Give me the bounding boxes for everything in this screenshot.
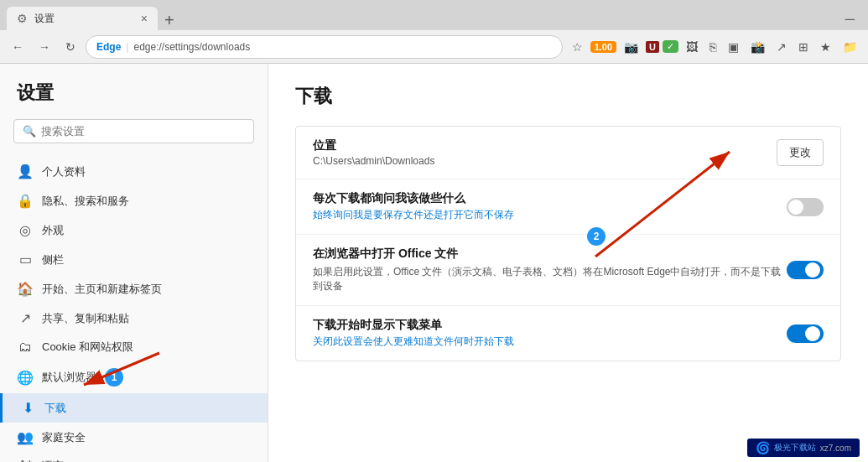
sidebar-item-label: 开始、主页和新建标签页 xyxy=(42,282,162,297)
sidebar-item-label: Cookie 和网站权限 xyxy=(42,340,133,355)
sidebar-item-cookies[interactable]: 🗂 Cookie 和网站权限 xyxy=(0,333,268,361)
collections-icon[interactable]: 📁 xyxy=(839,38,861,56)
show-menu-row: 下载开始时显示下载菜单 关闭此设置会使人更难知道文件何时开始下载 xyxy=(296,306,840,361)
sidebar-item-label: 隐私、搜索和服务 xyxy=(42,194,129,209)
sidebar-item-label: 默认浏览器 xyxy=(42,370,96,385)
default-browser-badge: 1 xyxy=(105,368,123,387)
privacy-icon: 🔒 xyxy=(17,193,34,209)
sidebar-item-label: 共享、复制和粘贴 xyxy=(42,311,129,326)
sidebar-title: 设置 xyxy=(0,80,268,119)
startup-icon: 🏠 xyxy=(17,281,34,297)
sidebar-item-label: 个人资料 xyxy=(42,164,86,179)
active-tab[interactable]: ⚙ 设置 × xyxy=(7,7,158,30)
cookies-icon: 🗂 xyxy=(17,340,34,355)
menu-toggle-thumb xyxy=(805,326,820,341)
ext-share-icon[interactable]: ↗ xyxy=(772,38,791,56)
ext-version-badge: 1.00 xyxy=(590,41,616,53)
address-url: edge://settings/downloads xyxy=(133,41,250,53)
menu-title: 下载开始时显示下载菜单 xyxy=(313,318,787,333)
location-path: C:\Users\admin\Downloads xyxy=(313,155,777,167)
menu-desc: 关闭此设置会使人更难知道文件何时开始下载 xyxy=(313,335,787,349)
default-browser-icon: 🌐 xyxy=(17,370,34,386)
sidebar-item-label: 语言 xyxy=(42,459,64,462)
menu-toggle[interactable] xyxy=(787,324,824,343)
sidebar-item-label: 侧栏 xyxy=(42,252,64,267)
ask-content: 每次下载都询问我该做些什么 始终询问我是要保存文件还是打开它而不保存 xyxy=(313,191,787,222)
ext-check-badge: ✓ xyxy=(663,40,678,53)
sidebar-item-language[interactable]: A* 语言 xyxy=(0,452,268,462)
refresh-button[interactable]: ↻ xyxy=(60,37,81,57)
watermark-url: xz7.com xyxy=(820,444,851,453)
sidebar: 设置 🔍 👤 个人资料 🔒 隐私、搜索和服务 ◎ 外观 ▭ 侧栏 xyxy=(0,64,268,462)
sidebar-item-privacy[interactable]: 🔒 隐私、搜索和服务 xyxy=(0,186,268,215)
ask-title: 每次下载都询问我该做些什么 xyxy=(313,191,787,206)
minimize-button[interactable]: ─ xyxy=(839,8,861,30)
settings-tab-icon: ⚙ xyxy=(17,12,28,25)
language-icon: A* xyxy=(17,459,34,462)
location-row: 位置 C:\Users\admin\Downloads 更改 xyxy=(296,127,840,179)
menu-content: 下载开始时显示下载菜单 关闭此设置会使人更难知道文件何时开始下载 xyxy=(313,318,787,349)
star-icon[interactable]: ★ xyxy=(816,38,835,56)
tab-title: 设置 xyxy=(34,12,55,26)
ask-toggle-thumb xyxy=(788,200,803,215)
ext-screenshot-icon[interactable]: 📸 xyxy=(746,38,769,56)
edge-logo: Edge xyxy=(96,41,121,53)
ask-desc: 始终询问我是要保存文件还是打开它而不保存 xyxy=(313,208,787,222)
office-title: 在浏览器中打开 Office 文件 xyxy=(313,247,787,262)
split-view-icon[interactable]: ⊞ xyxy=(794,38,813,56)
watermark: 🌀 极光下载站 xz7.com xyxy=(747,439,860,457)
back-button[interactable]: ← xyxy=(7,37,29,57)
ask-each-time-row: 每次下载都询问我该做些什么 始终询问我是要保存文件还是打开它而不保存 xyxy=(296,179,840,235)
ext-u-badge: U xyxy=(646,41,659,53)
ext-copy-icon[interactable]: ⎘ xyxy=(705,38,720,56)
sidebar-item-sidebar[interactable]: ▭ 侧栏 xyxy=(0,245,268,274)
sidebar-item-label: 家庭安全 xyxy=(42,430,86,445)
office-toggle-thumb xyxy=(805,262,820,278)
sidebar-item-label: 下载 xyxy=(44,401,66,416)
sidebar-item-family[interactable]: 👥 家庭安全 xyxy=(0,423,268,452)
sidebar-item-share[interactable]: ↗ 共享、复制和粘贴 xyxy=(0,304,268,333)
address-separator: | xyxy=(126,41,128,53)
office-toggle[interactable] xyxy=(787,261,824,279)
sidebar-icon: ▭ xyxy=(17,252,34,267)
ask-toggle[interactable] xyxy=(787,198,824,216)
watermark-text: 极光下载站 xyxy=(774,442,816,454)
search-icon: 🔍 xyxy=(23,125,36,138)
office-desc: 如果启用此设置，Office 文件（演示文稿、电子表格、文档）将在Microso… xyxy=(313,265,787,293)
sidebar-item-startup[interactable]: 🏠 开始、主页和新建标签页 xyxy=(0,274,268,304)
tab-close-button[interactable]: × xyxy=(141,12,148,25)
share-icon: ↗ xyxy=(17,310,34,326)
favorites-icon[interactable]: ☆ xyxy=(568,38,587,56)
toolbar-icons: ☆ 1.00 📷 U ✓ 🖼 ⎘ ▣ 📸 ↗ ⊞ ★ 📁 xyxy=(568,38,861,56)
downloads-icon: ⬇ xyxy=(19,400,36,416)
sidebar-item-label: 外观 xyxy=(42,223,64,238)
sidebar-item-default-browser[interactable]: 🌐 默认浏览器 1 xyxy=(0,361,268,393)
downloads-settings-section: 位置 C:\Users\admin\Downloads 更改 每次下载都询问我该… xyxy=(295,126,841,361)
family-icon: 👥 xyxy=(17,429,34,445)
search-box[interactable]: 🔍 xyxy=(13,119,254,143)
location-content: 位置 C:\Users\admin\Downloads xyxy=(313,138,777,167)
ext-box-icon[interactable]: ▣ xyxy=(724,38,743,56)
office-content: 在浏览器中打开 Office 文件 如果启用此设置，Office 文件（演示文稿… xyxy=(313,247,787,293)
sidebar-item-downloads[interactable]: ⬇ 下载 xyxy=(0,393,268,423)
search-input[interactable] xyxy=(41,125,245,138)
ext-image-icon[interactable]: 🖼 xyxy=(682,38,702,56)
annotation-badge-2: 2 xyxy=(587,227,606,246)
change-button[interactable]: 更改 xyxy=(777,139,824,166)
profile-icon: 👤 xyxy=(17,164,34,179)
content-area: 下载 位置 C:\Users\admin\Downloads 更改 每次下载都询… xyxy=(268,64,868,462)
page-title: 下载 xyxy=(295,84,841,109)
forward-button[interactable]: → xyxy=(34,37,55,57)
address-bar[interactable]: Edge | edge://settings/downloads xyxy=(86,35,563,59)
open-office-row: 在浏览器中打开 Office 文件 如果启用此设置，Office 文件（演示文稿… xyxy=(296,235,840,306)
sidebar-item-profile[interactable]: 👤 个人资料 xyxy=(0,157,268,186)
ext-camera-icon[interactable]: 📷 xyxy=(620,38,642,56)
appearance-icon: ◎ xyxy=(17,222,34,238)
location-title: 位置 xyxy=(313,138,777,153)
sidebar-item-appearance[interactable]: ◎ 外观 xyxy=(0,215,268,245)
new-tab-button[interactable]: + xyxy=(158,11,181,30)
